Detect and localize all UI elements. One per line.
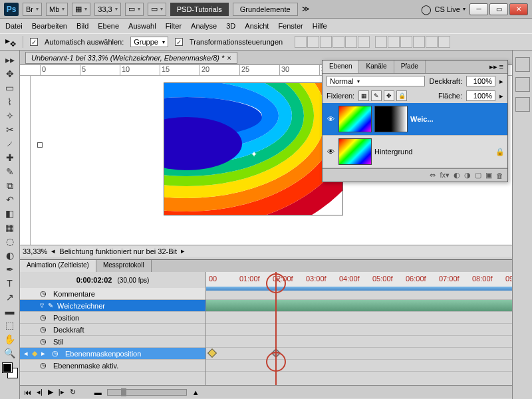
lasso-tool[interactable]: ⌇: [2, 95, 18, 108]
autoselect-checkbox[interactable]: [30, 38, 38, 46]
workspace-tab-tutorials[interactable]: PSD-Tutorials: [170, 3, 229, 16]
timeline-row[interactable]: [206, 312, 512, 324]
layer-name[interactable]: Weic...: [410, 115, 434, 123]
fx-icon[interactable]: fx▾: [440, 171, 450, 180]
track-maskposition[interactable]: ◂ ◆ ▸ Ebenenmaskenposition: [20, 348, 205, 360]
menu-layer[interactable]: Ebene: [98, 22, 119, 30]
menu-filter[interactable]: Filter: [166, 22, 182, 30]
kf-marker-icon[interactable]: ◆: [32, 349, 37, 358]
shape-tool[interactable]: ▬: [2, 305, 18, 318]
visibility-icon[interactable]: 👁: [325, 115, 336, 123]
lock-transparent-icon[interactable]: ▦: [358, 90, 369, 101]
layer-name[interactable]: Hintergrund: [374, 148, 412, 156]
layer-thumb[interactable]: [338, 106, 372, 132]
bridge-button[interactable]: Br: [23, 3, 42, 16]
distribute-icon[interactable]: [400, 36, 412, 48]
timeline-row[interactable]: [206, 360, 512, 372]
tab-animation[interactable]: Animation (Zeitleiste): [20, 260, 96, 272]
timeline-row[interactable]: [206, 300, 512, 312]
tab-measurement[interactable]: Messprotokoll: [96, 260, 152, 272]
opacity-arrow-icon[interactable]: ▸: [499, 77, 503, 86]
crop-tool[interactable]: ✂: [2, 123, 18, 136]
view-extras-button[interactable]: ▦: [72, 3, 90, 16]
tool-handle-icon[interactable]: ▸▸: [2, 53, 18, 66]
maximize-button[interactable]: ▭: [489, 3, 508, 15]
status-next-icon[interactable]: ▸: [181, 247, 185, 255]
adjust-icon[interactable]: ◑: [464, 171, 471, 180]
panel-icon[interactable]: [515, 77, 530, 92]
menu-window[interactable]: Fenster: [278, 22, 303, 30]
wand-tool[interactable]: ✧: [2, 109, 18, 122]
lock-all-icon[interactable]: 🔒: [396, 90, 407, 101]
panel-menu-icon[interactable]: ▸▸ ≡: [485, 61, 507, 73]
kf-next-icon[interactable]: ▸: [41, 349, 45, 358]
opacity-input[interactable]: 100%: [466, 76, 495, 86]
blur-tool[interactable]: ◌: [2, 235, 18, 248]
mask-icon[interactable]: ◐: [454, 171, 460, 180]
track-opacity[interactable]: Deckkraft: [20, 324, 205, 336]
lock-position-icon[interactable]: ✥: [384, 90, 394, 101]
distribute-icon[interactable]: [426, 36, 438, 48]
timeline-row[interactable]: [206, 288, 512, 300]
distribute-icon[interactable]: [438, 36, 450, 48]
move-tool[interactable]: ✥: [2, 67, 18, 80]
new-layer-icon[interactable]: ▣: [485, 171, 492, 180]
stopwatch-icon[interactable]: [40, 313, 49, 322]
delete-icon[interactable]: 🗑: [496, 172, 503, 180]
kf-prev-icon[interactable]: ◂: [24, 349, 28, 358]
menu-analysis[interactable]: Analyse: [191, 22, 217, 30]
fill-arrow-icon[interactable]: ▸: [499, 92, 503, 100]
status-prev-icon[interactable]: ◂: [51, 247, 55, 255]
align-icon[interactable]: [345, 36, 357, 48]
zoom-select[interactable]: 33,3: [94, 3, 120, 16]
move-tool-icon[interactable]: ▸✥: [5, 35, 16, 49]
menu-help[interactable]: Hilfe: [313, 22, 327, 30]
minibridge-button[interactable]: Mb: [46, 3, 68, 16]
stopwatch-icon[interactable]: [40, 325, 49, 334]
track-layer[interactable]: ▽ ✎ Weichzeichner: [20, 300, 205, 312]
timeline-row-maskpos[interactable]: [206, 348, 512, 360]
menu-file[interactable]: Datei: [5, 22, 23, 30]
menu-3d[interactable]: 3D: [226, 22, 235, 30]
arrange-button[interactable]: ▭: [125, 3, 144, 16]
menu-view[interactable]: Ansicht: [245, 22, 269, 30]
eraser-tool[interactable]: ◧: [2, 207, 18, 220]
keyframe[interactable]: [207, 348, 217, 358]
stopwatch-icon[interactable]: [40, 361, 49, 370]
menu-select[interactable]: Auswahl: [128, 22, 156, 30]
cslive-button[interactable]: CS Live▾: [421, 4, 466, 15]
minimize-button[interactable]: ─: [469, 3, 488, 15]
track-comments[interactable]: Kommentare: [20, 288, 205, 300]
tab-paths[interactable]: Pfade: [394, 61, 426, 73]
color-swatches[interactable]: [3, 363, 17, 378]
rewind-button[interactable]: ⏮: [24, 388, 31, 396]
pen-tool[interactable]: ✒: [2, 263, 18, 276]
path-tool[interactable]: ↗: [2, 291, 18, 304]
type-tool[interactable]: T: [2, 277, 18, 290]
menu-edit[interactable]: Bearbeiten: [32, 22, 67, 30]
tab-layers[interactable]: Ebenen: [323, 61, 359, 73]
track-style[interactable]: Stil: [20, 336, 205, 348]
visibility-icon[interactable]: 👁: [325, 148, 336, 156]
align-icon[interactable]: [332, 36, 344, 48]
menu-image[interactable]: Bild: [76, 22, 88, 30]
time-ruler[interactable]: 00 01:00f 02:00f 03:00f 04:00f 05:00f 06…: [206, 272, 512, 288]
play-button[interactable]: ▶: [48, 388, 53, 396]
history-brush-tool[interactable]: ↶: [2, 193, 18, 206]
distribute-icon[interactable]: [413, 36, 425, 48]
layer-row-weichzeichner[interactable]: 👁 Weic...: [323, 103, 507, 136]
document-tab[interactable]: Unbenannt-1 bei 33,3% (Weichzeichner, Eb…: [25, 52, 237, 64]
stopwatch-icon[interactable]: [40, 289, 49, 298]
distribute-icon[interactable]: [388, 36, 400, 48]
workspace-more-icon[interactable]: ≫: [302, 5, 310, 13]
zoom-slider[interactable]: [107, 389, 187, 396]
mask-thumb[interactable]: [374, 106, 408, 132]
zoom-out-icon[interactable]: ▬: [94, 388, 102, 396]
track-position[interactable]: Position: [20, 312, 205, 324]
next-frame-button[interactable]: |▸: [59, 388, 65, 396]
folder-icon[interactable]: ▢: [475, 171, 481, 180]
dodge-tool[interactable]: ◐: [2, 249, 18, 262]
stopwatch-icon[interactable]: [52, 349, 61, 358]
brush-tool[interactable]: ✎: [2, 165, 18, 178]
loop-button[interactable]: ↻: [70, 388, 76, 396]
